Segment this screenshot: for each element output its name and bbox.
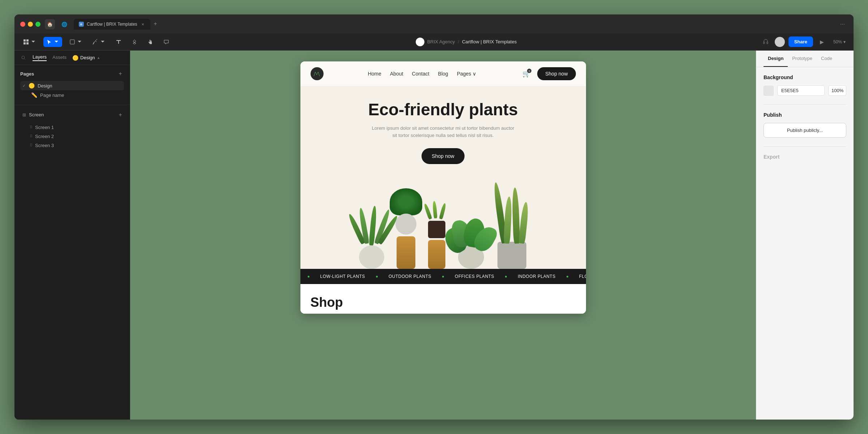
plant-3-pot <box>428 221 445 238</box>
nav-link-contact[interactable]: Contact <box>412 71 429 77</box>
ticker-item-3: OFFICES PLANTS <box>455 274 494 279</box>
hero-cta-button[interactable]: Shop now <box>422 148 464 164</box>
chevron-down-icon-2 <box>54 39 59 45</box>
plant-3-leaves <box>426 203 448 221</box>
zoom-control[interactable]: 50% ▾ <box>831 38 848 46</box>
page-design-name: Design <box>38 83 52 89</box>
shape-tool-button[interactable] <box>90 37 108 47</box>
cart-badge: 0 <box>527 69 531 73</box>
plant-5-pot <box>497 242 526 269</box>
sub-page-name: Page name <box>40 93 64 98</box>
user-avatar-button[interactable] <box>775 37 785 47</box>
page-item-design[interactable]: ✓ 🟡 Design <box>20 81 124 90</box>
more-options-button[interactable]: ··· <box>837 20 848 29</box>
agency-name: BRIX Agency <box>427 39 455 44</box>
right-tab-design[interactable]: Design <box>764 51 788 67</box>
layers-section: ⊞ Screen + ⠿ Screen 1 ⠿ Screen 2 ⠿ <box>14 105 130 420</box>
bg-opacity-value[interactable]: 100% <box>828 85 846 96</box>
pen-icon <box>93 39 98 45</box>
site-shop-now-button[interactable]: Shop now <box>537 67 576 80</box>
right-panel-tabs: Design Prototype Code <box>756 51 854 67</box>
toolbar-center: BRIX Agency / Cartflow | BRIX Templates <box>176 38 756 46</box>
site-ticker: LOW-LIGHT PLANTS OUTDOOR PLANTS OFFICES … <box>300 269 586 284</box>
screen-1-label: Screen 1 <box>35 125 54 130</box>
globe-button[interactable]: 🌐 <box>59 19 69 29</box>
screen-add-button[interactable]: + <box>117 111 124 119</box>
ticker-dot-4 <box>505 276 507 278</box>
agency-avatar[interactable] <box>416 38 424 46</box>
hand-tool-button[interactable] <box>145 37 156 47</box>
tab-favicon: B <box>79 22 84 27</box>
comment-icon <box>163 39 169 45</box>
publish-title: Publish <box>764 112 846 118</box>
cart-button[interactable]: 🛒 0 <box>521 68 532 80</box>
screen-1-item[interactable]: ⠿ Screen 1 <box>27 123 124 132</box>
screen-3-item[interactable]: ⠿ Screen 3 <box>27 141 124 150</box>
nav-link-blog[interactable]: Blog <box>438 71 448 77</box>
zoom-chevron-icon: ▾ <box>843 39 846 44</box>
tab-design[interactable]: 🟡 Design ▲ <box>72 55 100 61</box>
left-panel: Layers Assets 🟡 Design ▲ Pages + ✓ 🟡 <box>14 51 130 420</box>
right-panel-content: Background E5E5E5 100% Publish Publish p… <box>756 67 854 420</box>
plant-2-pot <box>395 214 416 235</box>
plant-3-pedestal <box>428 240 445 269</box>
breadcrumb: BRIX Agency / Cartflow | BRIX Templates <box>416 38 517 46</box>
close-button[interactable] <box>20 22 25 27</box>
grid-tool-button[interactable] <box>20 37 39 47</box>
plant-2-pedestal <box>397 236 415 269</box>
bg-color-swatch[interactable] <box>764 86 774 96</box>
browser-chrome: 🏠 🌐 B Cartflow | BRIX Templates ✕ + ··· <box>14 14 854 33</box>
below-fold-title: Shop <box>311 295 576 310</box>
component-tool-button[interactable] <box>129 37 140 47</box>
browser-tabs: B Cartflow | BRIX Templates ✕ + <box>74 19 161 30</box>
tab-title: Cartflow | BRIX Templates <box>87 22 137 27</box>
frame-tool-button[interactable] <box>67 37 85 47</box>
home-button[interactable]: 🏠 <box>45 19 55 29</box>
nav-link-pages[interactable]: Pages ∨ <box>457 71 476 77</box>
pages-list: ✓ 🟡 Design ✏️ Page name <box>20 81 124 100</box>
nav-link-home[interactable]: Home <box>368 71 381 77</box>
pages-add-button[interactable]: + <box>117 70 124 77</box>
select-tool-button[interactable] <box>43 37 62 47</box>
screen-2-label: Screen 2 <box>35 134 54 139</box>
headphone-button[interactable] <box>760 36 771 47</box>
site-logo <box>311 67 324 80</box>
publish-publicly-button[interactable]: Publish publicly... <box>764 123 846 138</box>
screen-section-header: ⊞ Screen + <box>20 110 124 119</box>
screen-group-toggle[interactable]: ⊞ Screen <box>20 110 46 119</box>
frame-tools <box>67 37 85 47</box>
right-tab-code[interactable]: Code <box>817 51 837 67</box>
background-section-title: Background <box>764 74 846 80</box>
divider-2 <box>764 146 846 147</box>
layers-search-button[interactable] <box>20 55 27 61</box>
plant-4 <box>451 215 491 269</box>
minimize-button[interactable] <box>28 22 33 27</box>
ticker-content: LOW-LIGHT PLANTS OUTDOOR PLANTS OFFICES … <box>300 274 586 279</box>
tab-close-button[interactable]: ✕ <box>140 22 145 27</box>
plant-5-leaves <box>495 180 529 244</box>
screen-2-item[interactable]: ⠿ Screen 2 <box>27 132 124 141</box>
project-name: Cartflow | BRIX Templates <box>462 39 517 44</box>
nav-link-about[interactable]: About <box>390 71 403 77</box>
component-icon <box>132 39 137 45</box>
site-nav: Home About Contact Blog Pages ∨ 🛒 0 Shop… <box>300 61 586 86</box>
comment-tool-button[interactable] <box>161 37 172 47</box>
share-button[interactable]: Share <box>788 36 813 47</box>
ticker-dot-3 <box>442 276 444 278</box>
tab-assets[interactable]: Assets <box>52 55 67 61</box>
right-tab-prototype[interactable]: Prototype <box>788 51 817 67</box>
new-tab-button[interactable]: + <box>150 19 161 29</box>
sub-page-item-pagename[interactable]: ✏️ Page name <box>20 90 124 100</box>
tab-layers[interactable]: Layers <box>33 54 47 61</box>
main-layout: Layers Assets 🟡 Design ▲ Pages + ✓ 🟡 <box>14 51 854 420</box>
screen-2-handle-icon: ⠿ <box>30 134 32 139</box>
frame-icon <box>69 39 75 45</box>
play-button[interactable]: ▶ <box>817 36 828 47</box>
chevron-down-icon <box>30 39 36 45</box>
active-tab[interactable]: B Cartflow | BRIX Templates ✕ <box>74 19 150 30</box>
plant-1 <box>357 204 386 269</box>
maximize-button[interactable] <box>35 22 40 27</box>
text-tool-button[interactable] <box>113 37 124 47</box>
pages-section: Pages + ✓ 🟡 Design ✏️ Page name <box>14 65 130 105</box>
bg-color-value[interactable]: E5E5E5 <box>777 85 825 96</box>
